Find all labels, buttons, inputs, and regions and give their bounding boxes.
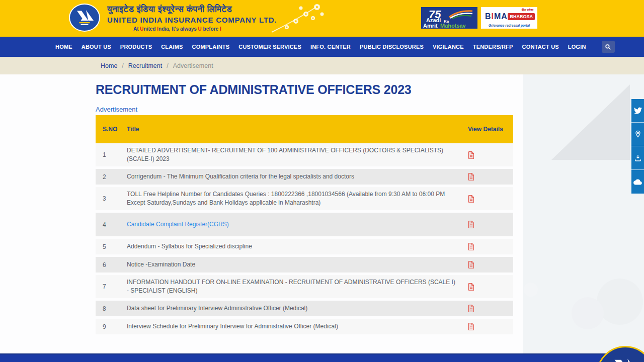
nav-item-info-center[interactable]: INFO. CENTER [306, 44, 355, 50]
location-button[interactable] [631, 123, 644, 146]
bima-bharosa-badge[interactable]: बीमा भरोसा BIMA BHAROSA Grievance redres… [481, 7, 537, 29]
cloud-icon [633, 178, 642, 186]
pdf-link[interactable] [468, 195, 474, 203]
pdf-icon [468, 243, 474, 250]
pdf-icon [468, 283, 474, 291]
nav-item-home[interactable]: HOME [51, 44, 77, 50]
pdf-icon [468, 323, 474, 330]
row-view-details [468, 151, 503, 159]
tricolor-bird-icon [448, 9, 473, 19]
location-pin-icon [634, 130, 642, 138]
pdf-icon [468, 261, 474, 268]
row-view-details [468, 173, 503, 180]
company-name: UNITED INDIA INSURANCE COMPANY LTD. [107, 16, 277, 24]
pdf-link[interactable] [468, 173, 474, 180]
row-title: INFORMATION HANDOUT FOR ON-LINE EXAMINAT… [127, 278, 468, 295]
row-view-details [468, 243, 503, 250]
row-title: Notice -Examination Date [127, 260, 468, 269]
header-view-details: View Details [468, 126, 503, 133]
main-content: RECRUITMENT OF ADMINISTRATIVE OFFICERS 2… [0, 74, 644, 353]
twitter-icon [634, 107, 642, 115]
table-row: 6Notice -Examination Date [96, 257, 513, 275]
table-row: 3TOLL Free Helpline Number for Candidate… [96, 187, 513, 213]
row-title: Addendum - Syllabus for Specialized disc… [127, 242, 468, 251]
download-button[interactable] [631, 146, 644, 170]
pdf-link[interactable] [468, 243, 474, 250]
pdf-icon [468, 173, 474, 180]
nav-item-public-disclosures[interactable]: PUBLIC DISCLOSURES [355, 44, 428, 50]
row-view-details [468, 305, 503, 312]
nav-item-customer-services[interactable]: CUSTOMER SERVICES [234, 44, 306, 50]
row-sno: 1 [96, 151, 127, 158]
row-sno: 4 [96, 221, 127, 228]
bima-subtitle: Grievance redressal portal [481, 24, 537, 27]
azadi-ka-amrit-mahotsav-badge[interactable]: 75 Azadi Ka Amrit Mahotsav [421, 7, 477, 29]
table-row: 1DETAILED ADVERTISEMENT- RECRUITMENT OF … [96, 143, 513, 169]
bharosa-label: BHAROSA [508, 13, 535, 20]
row-sno: 3 [96, 195, 127, 202]
main-nav: HOMEABOUT USPRODUCTSCLAIMSCOMPLAINTSCUST… [0, 37, 644, 57]
pdf-icon [468, 221, 474, 228]
pdf-link[interactable] [468, 305, 474, 312]
pdf-link[interactable] [468, 221, 474, 228]
breadcrumb-recruitment[interactable]: Recruitment [128, 62, 162, 69]
header-sno: S.NO [96, 126, 127, 133]
page: युनाइटेड इंडिया इंश्यूरेन्स कंपनी लिमिटे… [0, 0, 644, 362]
advertisement-table: S.NO Title View Details 1DETAILED ADVERT… [96, 115, 513, 337]
brand-block: युनाइटेड इंडिया इंश्यूरेन्स कंपनी लिमिटे… [69, 4, 277, 32]
row-sno: 8 [96, 305, 127, 312]
table-row: 8Data sheet for Preliminary Interview Ad… [96, 301, 513, 319]
pdf-link[interactable] [468, 323, 474, 330]
table-row: 7INFORMATION HANDOUT FOR ON-LINE EXAMINA… [96, 275, 513, 301]
row-title: Interview Schedule for Preliminary Inter… [127, 322, 468, 331]
social-sidebar [631, 99, 644, 194]
nav-item-vigilance[interactable]: VIGILANCE [428, 44, 468, 50]
nav-item-products[interactable]: PRODUCTS [116, 44, 156, 50]
breadcrumb: Home / Recruitment / Advertisement [0, 57, 644, 74]
row-title-link[interactable]: Candidate Complaint Register(CGRS) [127, 220, 468, 229]
advertisement-link[interactable]: Advertisement [96, 106, 137, 113]
table-row: 9Interview Schedule for Preliminary Inte… [96, 319, 513, 337]
pdf-icon [468, 305, 474, 312]
table-header-row: S.NO Title View Details [96, 115, 513, 143]
nav-item-tenders-rfp[interactable]: TENDERS/RFP [468, 44, 518, 50]
pdf-icon [468, 195, 474, 203]
nav-item-claims[interactable]: CLAIMS [156, 44, 187, 50]
table-row: 5Addendum - Syllabus for Specialized dis… [96, 239, 513, 257]
row-sno: 2 [96, 173, 127, 180]
page-title: RECRUITMENT OF ADMINISTRATIVE OFFICERS 2… [96, 82, 412, 97]
pdf-link[interactable] [468, 261, 474, 268]
header-title: Title [127, 125, 468, 134]
company-name-hindi: युनाइटेड इंडिया इंश्यूरेन्स कंपनी लिमिटे… [107, 5, 277, 15]
company-logo-icon[interactable] [69, 4, 100, 32]
breadcrumb-current: Advertisement [173, 62, 213, 69]
nav-item-about-us[interactable]: ABOUT US [77, 44, 116, 50]
row-view-details [468, 261, 503, 268]
company-tagline: At United India, It's always U before I [133, 26, 277, 32]
row-sno: 9 [96, 323, 127, 330]
site-header: युनाइटेड इंडिया इंश्यूरेन्स कंपनी लिमिटे… [0, 0, 644, 37]
pdf-link[interactable] [468, 151, 474, 159]
nav-item-complaints[interactable]: COMPLAINTS [188, 44, 234, 50]
nav-item-login[interactable]: LOGIN [564, 44, 591, 50]
row-sno: 7 [96, 283, 127, 290]
breadcrumb-home[interactable]: Home [101, 62, 117, 69]
bima-label: BIMA [485, 12, 508, 21]
twitter-button[interactable] [631, 99, 644, 123]
header-badges: 75 Azadi Ka Amrit Mahotsav बीमा भरोसा BI… [421, 7, 537, 29]
row-title: DETAILED ADVERTISEMENT- RECRUITMENT OF 1… [127, 146, 468, 163]
row-view-details [468, 195, 503, 203]
footer-bar [0, 353, 644, 362]
cloud-button[interactable] [631, 170, 644, 194]
table-row: 4Candidate Complaint Register(CGRS) [96, 213, 513, 239]
nav-item-contact-us[interactable]: CONTACT US [518, 44, 564, 50]
row-view-details [468, 221, 503, 228]
pdf-link[interactable] [468, 283, 474, 291]
row-title: Data sheet for Preliminary Interview Adm… [127, 304, 468, 313]
row-view-details [468, 283, 503, 291]
search-button[interactable] [602, 41, 615, 53]
download-icon [634, 154, 642, 162]
row-title: Corrigendum - The Minimum Qualification … [127, 172, 468, 181]
pdf-icon [468, 151, 474, 159]
floral-decoration-icon [267, 1, 327, 35]
